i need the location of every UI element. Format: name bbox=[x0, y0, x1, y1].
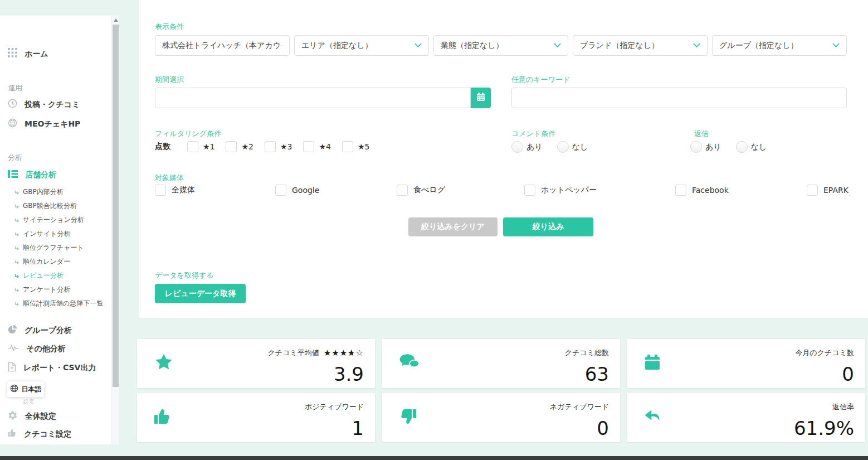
group-dropdown[interactable]: グループ（指定なし） bbox=[712, 35, 847, 56]
comment-yes-radio[interactable] bbox=[511, 141, 523, 153]
card-label: クチコミ総数 bbox=[565, 348, 609, 358]
sidebar-subitem-gbp-compare[interactable]: GBP競合比較分析 bbox=[14, 201, 77, 211]
media-tabelog-checkbox[interactable] bbox=[397, 185, 408, 196]
clock-icon bbox=[8, 99, 17, 110]
comment-yes-radio-group[interactable]: あり bbox=[511, 141, 543, 153]
stats-cards: クチコミ平均値 ★★★☆★☆ 3.9 クチコミ総数 63 今月のクチコミ数 0 … bbox=[137, 339, 865, 442]
sidebar-item-other-analysis[interactable]: その他分析 bbox=[8, 343, 66, 354]
media-all-checkbox[interactable] bbox=[155, 185, 166, 196]
score-label: 点数 bbox=[155, 142, 170, 152]
area-dropdown[interactable]: エリア（指定なし） bbox=[294, 35, 429, 56]
star4-checkbox[interactable] bbox=[303, 141, 314, 152]
fetch-review-data-button[interactable]: レビューデータ取得 bbox=[155, 284, 246, 303]
monthly-reviews-card: 今月のクチコミ数 0 bbox=[627, 339, 865, 388]
sidebar-item-label: MEOチェキHP bbox=[25, 119, 80, 129]
apply-filter-button[interactable]: 絞り込み bbox=[503, 217, 593, 236]
sidebar-item-label: レポート・CSV出力 bbox=[23, 363, 96, 373]
sub-arrow-icon bbox=[14, 274, 19, 278]
sidebar-subitem-gbp-internal[interactable]: GBP内部分析 bbox=[14, 187, 64, 197]
star4-checkbox-group[interactable]: ★4 bbox=[303, 141, 330, 152]
sidebar-subitem-rank-graph[interactable]: 順位グラフチャート bbox=[14, 243, 84, 253]
calendar-button[interactable] bbox=[471, 88, 491, 108]
scrollbar-thumb[interactable] bbox=[113, 25, 119, 387]
sidebar-item-label: ホーム bbox=[25, 49, 48, 59]
sidebar-subitem-review-analysis[interactable]: レビュー分析 bbox=[14, 271, 64, 280]
language-switcher-button[interactable]: 日本語 bbox=[7, 381, 44, 397]
card-label: ポジティブワード bbox=[305, 402, 364, 412]
card-value: 0 bbox=[842, 365, 854, 384]
star2-checkbox[interactable] bbox=[226, 141, 237, 152]
comment-no-radio-group[interactable]: なし bbox=[557, 141, 588, 153]
thumbs-down-icon bbox=[399, 408, 417, 427]
brand-dropdown[interactable]: ブランド（指定なし） bbox=[573, 35, 708, 56]
star1-checkbox-group[interactable]: ★1 bbox=[187, 141, 214, 152]
media-google-checkbox[interactable] bbox=[275, 185, 286, 196]
chevron-down-icon bbox=[832, 43, 840, 48]
sidebar-item-review-settings[interactable]: クチコミ設定 bbox=[8, 429, 71, 439]
chevron-down-icon bbox=[415, 43, 422, 48]
sidebar-subitem-citation[interactable]: サイテーション分析 bbox=[14, 215, 84, 225]
media-tabelog-checkbox-group[interactable]: 食べログ bbox=[397, 185, 445, 196]
calendar-icon bbox=[644, 354, 661, 373]
clear-filter-button[interactable]: 絞り込みをクリア bbox=[408, 217, 498, 236]
sidebar-item-global-settings[interactable]: 全体設定 bbox=[8, 410, 56, 423]
star3-checkbox[interactable] bbox=[265, 141, 276, 152]
account-dropdown[interactable]: 株式会社トライハッチ（本アカウ bbox=[155, 35, 290, 56]
keyword-label: 任意のキーワード bbox=[511, 75, 570, 85]
media-epark-checkbox-group[interactable]: EPARK bbox=[807, 185, 849, 196]
star5-checkbox-group[interactable]: ★5 bbox=[342, 141, 369, 152]
dropdown-row: 株式会社トライハッチ（本アカウ エリア（指定なし） 業態（指定なし） ブランド（… bbox=[155, 35, 847, 56]
media-checkbox-row: 全媒体 Google 食べログ ホットペッパー Facebook EPARK bbox=[155, 185, 847, 197]
media-facebook-checkbox-group[interactable]: Facebook bbox=[675, 185, 729, 196]
card-label: クチコミ平均値 ★★★☆★☆ bbox=[268, 348, 364, 358]
sidebar-item-store-analysis[interactable]: 店舗分析 bbox=[8, 170, 56, 180]
sidebar-subitem-insight[interactable]: インサイト分析 bbox=[14, 229, 70, 239]
sidebar-subitem-survey-analysis[interactable]: アンケート分析 bbox=[14, 285, 70, 294]
reply-yes-radio-group[interactable]: あり bbox=[690, 141, 721, 153]
business-type-dropdown[interactable]: 業態（指定なし） bbox=[433, 35, 568, 56]
star3-checkbox-group[interactable]: ★3 bbox=[265, 141, 292, 152]
reply-radio-row: あり なし bbox=[690, 141, 781, 153]
sidebar-item-label: クチコミ設定 bbox=[24, 429, 71, 439]
comment-no-radio[interactable] bbox=[557, 141, 569, 153]
grid-icon bbox=[8, 48, 17, 60]
sidebar-subitem-rank-drop-list[interactable]: 順位計測店舗の急降下一覧 bbox=[14, 299, 103, 308]
sidebar-section-ops: 運用 bbox=[8, 83, 22, 93]
thumbs-up-icon bbox=[154, 408, 172, 427]
bottom-strip bbox=[0, 456, 868, 460]
sidebar-item-report-csv[interactable]: レポート・CSV出力 bbox=[8, 362, 96, 374]
sidebar-item-home[interactable]: ホーム bbox=[8, 48, 48, 60]
gear-icon bbox=[8, 410, 18, 423]
star1-checkbox[interactable] bbox=[187, 141, 198, 152]
media-hotpepper-checkbox[interactable] bbox=[524, 185, 535, 196]
sidebar-section-settings: 設定 bbox=[23, 398, 35, 405]
reply-yes-radio[interactable] bbox=[690, 141, 702, 153]
language-label: 日本語 bbox=[22, 385, 42, 394]
media-facebook-checkbox[interactable] bbox=[675, 185, 686, 196]
period-input[interactable] bbox=[155, 88, 471, 108]
sidebar-item-posts-reviews[interactable]: 投稿・クチコミ bbox=[8, 99, 80, 110]
reply-no-radio[interactable] bbox=[736, 141, 748, 153]
star2-checkbox-group[interactable]: ★2 bbox=[226, 141, 253, 152]
sub-arrow-icon bbox=[14, 190, 19, 195]
keyword-input[interactable] bbox=[511, 88, 847, 108]
chevron-down-icon bbox=[693, 43, 700, 48]
card-value: 63 bbox=[585, 365, 609, 384]
calendar-icon bbox=[476, 93, 485, 103]
star5-checkbox[interactable] bbox=[342, 141, 353, 152]
media-hotpepper-checkbox-group[interactable]: ホットペッパー bbox=[524, 185, 597, 196]
reply-no-radio-group[interactable]: なし bbox=[736, 141, 767, 153]
sidebar-subitem-rank-calendar[interactable]: 順位カレンダー bbox=[14, 257, 70, 267]
filter-buttons-row: 絞り込みをクリア 絞り込み bbox=[155, 217, 847, 236]
sidebar-item-label: 投稿・クチコミ bbox=[25, 100, 80, 110]
sidebar-item-meo-cheki-hp[interactable]: MEOチェキHP bbox=[8, 118, 80, 130]
media-epark-checkbox[interactable] bbox=[807, 185, 818, 196]
media-google-checkbox-group[interactable]: Google bbox=[275, 185, 319, 196]
sidebar-scrollbar[interactable] bbox=[111, 16, 119, 444]
media-all-checkbox-group[interactable]: 全媒体 bbox=[155, 185, 195, 196]
reply-arrow-icon bbox=[644, 409, 662, 427]
sidebar-section-analysis: 分析 bbox=[8, 153, 22, 163]
scroll-up-arrow-icon[interactable] bbox=[114, 18, 118, 22]
sidebar: ホーム 運用 投稿・クチコミ MEOチェキHP 分析 店舗分析 GBP内部分析 … bbox=[0, 16, 111, 444]
sidebar-item-group-analysis[interactable]: グループ分析 bbox=[8, 325, 72, 336]
